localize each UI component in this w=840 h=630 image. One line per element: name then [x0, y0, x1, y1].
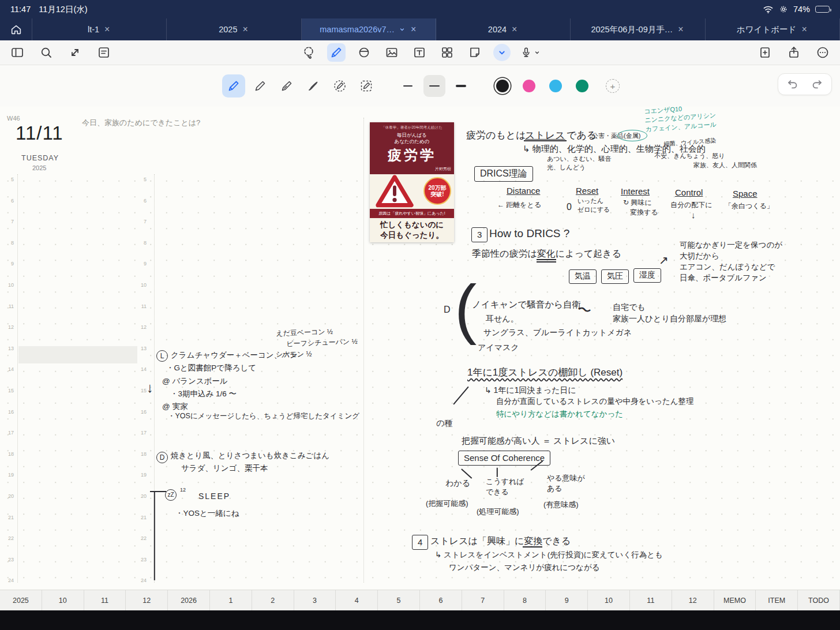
tab-label: mamasma2026v7…: [320, 25, 395, 34]
tab-close-icon[interactable]: ×: [800, 25, 808, 34]
fountain-pen-icon: [280, 79, 294, 93]
microphone-icon: [520, 46, 532, 59]
sidebar-button[interactable]: [8, 43, 27, 62]
stroke-thin-button[interactable]: [397, 75, 419, 97]
dashed-pen-button[interactable]: [355, 74, 378, 97]
undo-icon: [786, 78, 799, 91]
bottom-tab-8[interactable]: 8: [504, 590, 546, 610]
bottom-tab-3[interactable]: 3: [294, 590, 336, 610]
bottom-tab-2025[interactable]: 2025: [0, 590, 42, 610]
bottom-tab-9[interactable]: 9: [546, 590, 588, 610]
tab-label: 2025年06月-09月手…: [591, 24, 673, 35]
status-date: 11月12日(水): [39, 4, 87, 15]
bottom-tab-10[interactable]: 10: [42, 590, 84, 610]
brush-pen-button[interactable]: [302, 74, 325, 97]
redo-icon: [811, 78, 823, 91]
pen-options-bar: +: [0, 65, 840, 107]
search-icon: [39, 46, 53, 59]
tab-close-icon[interactable]: ×: [241, 25, 249, 34]
bottom-tab-2026[interactable]: 2026: [168, 590, 210, 610]
bottom-tab-5[interactable]: 5: [378, 590, 420, 610]
bottom-tab-ITEM[interactable]: ITEM: [756, 590, 798, 610]
bottom-tab-6[interactable]: 6: [420, 590, 462, 610]
bottom-tab-4[interactable]: 4: [336, 590, 378, 610]
tab-close-icon[interactable]: ×: [103, 25, 111, 34]
bottom-tab-2[interactable]: 2: [252, 590, 294, 610]
brush-pen-icon: [306, 79, 320, 93]
lasso-button[interactable]: [299, 43, 318, 62]
notes-button[interactable]: [95, 43, 113, 62]
tab-3[interactable]: mamasma2026v7…×: [302, 18, 436, 40]
pen-color-swatch-4[interactable]: [576, 80, 588, 92]
arrows-button[interactable]: [66, 43, 84, 62]
add-page-icon: [758, 46, 772, 59]
home-icon: [10, 23, 22, 36]
tab-bar: lt-1×2025×mamasma2026v7…×2024×2025年06月-0…: [0, 18, 840, 40]
record-button[interactable]: [520, 46, 541, 59]
eraser-button[interactable]: [355, 43, 373, 62]
tab-5[interactable]: 2025年06月-09月手…×: [571, 18, 705, 40]
bottom-tab-12[interactable]: 12: [126, 590, 168, 610]
clock: 11:47: [10, 5, 31, 14]
text-icon: [412, 46, 426, 59]
undo-redo-pill: [778, 73, 832, 95]
home-button[interactable]: [0, 18, 32, 40]
tab-2[interactable]: 2025×: [167, 18, 301, 40]
bottom-tab-MEMO[interactable]: MEMO: [714, 590, 756, 610]
sticky-note-icon: [468, 46, 482, 59]
bottom-tab-1[interactable]: 1: [210, 590, 252, 610]
shape-pen-icon: [333, 79, 347, 93]
pen-color-group: [489, 80, 595, 92]
stroke-thick-button[interactable]: [450, 75, 472, 97]
image-button[interactable]: [382, 43, 401, 62]
pen-tool-button[interactable]: [327, 43, 346, 62]
pen-icon: [329, 46, 343, 59]
stroke-medium-button[interactable]: [423, 75, 445, 97]
tab-label: ホワイトボード: [737, 24, 797, 35]
note-canvas[interactable]: [0, 107, 840, 590]
shape-pen-button[interactable]: [328, 74, 351, 97]
pen-color-swatch-1[interactable]: [496, 80, 509, 92]
bottom-tab-TODO[interactable]: TODO: [798, 590, 840, 610]
bottom-tab-12[interactable]: 12: [672, 590, 714, 610]
more-icon: [816, 46, 830, 59]
bottom-tab-7[interactable]: 7: [462, 590, 504, 610]
tab-close-icon[interactable]: ×: [677, 25, 684, 34]
lasso-icon: [302, 46, 316, 59]
tab-1[interactable]: lt-1×: [32, 18, 167, 40]
elements-button[interactable]: [438, 43, 456, 62]
bottom-tab-11[interactable]: 11: [630, 590, 672, 610]
export-icon: [787, 46, 801, 59]
tab-6[interactable]: ホワイトボード×: [706, 18, 840, 40]
add-color-button[interactable]: +: [606, 79, 620, 93]
ballpoint-pen-button[interactable]: [222, 74, 245, 97]
dashed-pen-icon: [359, 79, 373, 93]
bottom-tab-11[interactable]: 11: [84, 590, 126, 610]
text-button[interactable]: [410, 43, 429, 62]
pen-color-swatch-3[interactable]: [549, 80, 562, 92]
undo-button[interactable]: [786, 78, 799, 91]
tab-close-icon[interactable]: ×: [511, 25, 518, 34]
tab-label: 2024: [488, 25, 507, 34]
stroke-width-group: [395, 75, 474, 97]
tab-label: 2025: [219, 25, 237, 34]
sticky-note-button[interactable]: [466, 43, 484, 62]
gear-icon: [779, 5, 788, 14]
battery-percent: 74%: [793, 5, 810, 14]
more-button[interactable]: [813, 43, 832, 62]
redo-button[interactable]: [811, 78, 823, 91]
pen-style-group: [220, 74, 380, 97]
collapse-toolbar-button[interactable]: [493, 44, 511, 61]
tab-4[interactable]: 2024×: [436, 18, 571, 40]
sidebar-icon: [10, 46, 24, 59]
tab-chevron-icon[interactable]: [399, 26, 406, 33]
pen-color-swatch-2[interactable]: [523, 80, 535, 92]
export-button[interactable]: [785, 43, 803, 62]
gel-pen-button[interactable]: [249, 74, 272, 97]
bottom-tab-10[interactable]: 10: [588, 590, 630, 610]
fountain-pen-button[interactable]: [275, 74, 298, 97]
add-page-button[interactable]: [756, 43, 774, 62]
tab-close-icon[interactable]: ×: [410, 25, 417, 34]
eraser-icon: [357, 46, 371, 59]
search-button[interactable]: [37, 43, 55, 62]
